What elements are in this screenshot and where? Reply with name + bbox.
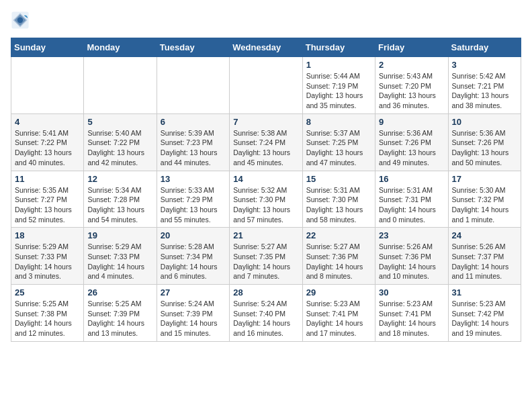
cell-content: Sunrise: 5:23 AM Sunset: 7:41 PM Dayligh… [306, 299, 371, 338]
calendar-header-row: SundayMondayTuesdayWednesdayThursdayFrid… [11, 38, 521, 57]
day-number: 22 [306, 230, 371, 240]
calendar-cell: 12Sunrise: 5:34 AM Sunset: 7:28 PM Dayli… [84, 171, 157, 228]
day-number: 14 [233, 174, 298, 184]
cell-content: Sunrise: 5:41 AM Sunset: 7:22 PM Dayligh… [15, 128, 80, 168]
day-number: 23 [379, 230, 444, 240]
cell-content: Sunrise: 5:35 AM Sunset: 7:27 PM Dayligh… [15, 185, 80, 225]
cell-content: Sunrise: 5:28 AM Sunset: 7:34 PM Dayligh… [161, 242, 226, 281]
calendar-cell: 9Sunrise: 5:36 AM Sunset: 7:26 PM Daylig… [375, 113, 448, 171]
day-number: 5 [87, 117, 152, 127]
day-number: 31 [452, 287, 517, 298]
calendar-cell: 17Sunrise: 5:30 AM Sunset: 7:32 PM Dayli… [448, 171, 521, 228]
calendar-cell [230, 57, 302, 114]
cell-content: Sunrise: 5:24 AM Sunset: 7:39 PM Dayligh… [161, 299, 226, 338]
calendar-cell: 25Sunrise: 5:25 AM Sunset: 7:38 PM Dayli… [11, 285, 84, 342]
cell-content: Sunrise: 5:25 AM Sunset: 7:39 PM Dayligh… [87, 299, 152, 338]
page-header [11, 11, 521, 30]
cell-content: Sunrise: 5:27 AM Sunset: 7:36 PM Dayligh… [306, 242, 371, 281]
cell-content: Sunrise: 5:36 AM Sunset: 7:26 PM Dayligh… [379, 128, 444, 168]
calendar-cell: 30Sunrise: 5:23 AM Sunset: 7:41 PM Dayli… [375, 285, 448, 342]
cell-content: Sunrise: 5:30 AM Sunset: 7:32 PM Dayligh… [452, 185, 517, 225]
day-number: 19 [87, 230, 152, 240]
calendar-cell [157, 57, 229, 114]
calendar-cell: 13Sunrise: 5:33 AM Sunset: 7:29 PM Dayli… [157, 171, 229, 228]
day-number: 8 [306, 117, 371, 127]
calendar-cell: 2Sunrise: 5:43 AM Sunset: 7:20 PM Daylig… [375, 57, 448, 114]
day-header-tuesday: Tuesday [157, 38, 229, 57]
calendar-cell: 21Sunrise: 5:27 AM Sunset: 7:35 PM Dayli… [230, 228, 302, 285]
calendar-cell: 23Sunrise: 5:26 AM Sunset: 7:36 PM Dayli… [375, 228, 448, 285]
cell-content: Sunrise: 5:40 AM Sunset: 7:22 PM Dayligh… [87, 128, 152, 168]
calendar-table: SundayMondayTuesdayWednesdayThursdayFrid… [11, 38, 521, 342]
day-number: 30 [379, 287, 444, 298]
day-number: 24 [452, 230, 517, 240]
day-header-wednesday: Wednesday [230, 38, 302, 57]
logo-icon [11, 11, 30, 30]
day-number: 6 [161, 117, 226, 127]
day-number: 1 [306, 60, 371, 70]
day-number: 4 [15, 117, 80, 127]
cell-content: Sunrise: 5:26 AM Sunset: 7:36 PM Dayligh… [379, 242, 444, 281]
cell-content: Sunrise: 5:34 AM Sunset: 7:28 PM Dayligh… [87, 185, 152, 225]
calendar-cell: 15Sunrise: 5:31 AM Sunset: 7:30 PM Dayli… [302, 171, 375, 228]
cell-content: Sunrise: 5:44 AM Sunset: 7:19 PM Dayligh… [306, 71, 371, 111]
calendar-week-row: 11Sunrise: 5:35 AM Sunset: 7:27 PM Dayli… [11, 171, 521, 228]
calendar-cell: 5Sunrise: 5:40 AM Sunset: 7:22 PM Daylig… [84, 113, 157, 171]
day-number: 21 [233, 230, 298, 240]
day-number: 28 [233, 287, 298, 298]
cell-content: Sunrise: 5:25 AM Sunset: 7:38 PM Dayligh… [15, 299, 80, 338]
calendar-cell: 18Sunrise: 5:29 AM Sunset: 7:33 PM Dayli… [11, 228, 84, 285]
calendar-cell: 22Sunrise: 5:27 AM Sunset: 7:36 PM Dayli… [302, 228, 375, 285]
calendar-cell: 31Sunrise: 5:23 AM Sunset: 7:42 PM Dayli… [448, 285, 521, 342]
day-header-sunday: Sunday [11, 38, 84, 57]
day-number: 27 [161, 287, 226, 298]
cell-content: Sunrise: 5:29 AM Sunset: 7:33 PM Dayligh… [87, 242, 152, 281]
day-header-thursday: Thursday [302, 38, 375, 57]
calendar-cell: 24Sunrise: 5:26 AM Sunset: 7:37 PM Dayli… [448, 228, 521, 285]
calendar-week-row: 25Sunrise: 5:25 AM Sunset: 7:38 PM Dayli… [11, 285, 521, 342]
calendar-cell: 11Sunrise: 5:35 AM Sunset: 7:27 PM Dayli… [11, 171, 84, 228]
day-number: 16 [379, 174, 444, 184]
calendar-cell: 29Sunrise: 5:23 AM Sunset: 7:41 PM Dayli… [302, 285, 375, 342]
cell-content: Sunrise: 5:31 AM Sunset: 7:31 PM Dayligh… [379, 185, 444, 225]
calendar-cell: 26Sunrise: 5:25 AM Sunset: 7:39 PM Dayli… [84, 285, 157, 342]
calendar-cell: 19Sunrise: 5:29 AM Sunset: 7:33 PM Dayli… [84, 228, 157, 285]
day-number: 12 [87, 174, 152, 184]
cell-content: Sunrise: 5:43 AM Sunset: 7:20 PM Dayligh… [379, 71, 444, 111]
logo [11, 11, 32, 30]
day-number: 3 [452, 60, 517, 70]
calendar-week-row: 1Sunrise: 5:44 AM Sunset: 7:19 PM Daylig… [11, 57, 521, 114]
calendar-cell: 27Sunrise: 5:24 AM Sunset: 7:39 PM Dayli… [157, 285, 229, 342]
calendar-cell [11, 57, 84, 114]
day-number: 25 [15, 287, 80, 298]
day-number: 2 [379, 60, 444, 70]
cell-content: Sunrise: 5:38 AM Sunset: 7:24 PM Dayligh… [233, 128, 298, 168]
calendar-cell [84, 57, 157, 114]
day-number: 9 [379, 117, 444, 127]
day-number: 17 [452, 174, 517, 184]
cell-content: Sunrise: 5:37 AM Sunset: 7:25 PM Dayligh… [306, 128, 371, 168]
calendar-cell: 8Sunrise: 5:37 AM Sunset: 7:25 PM Daylig… [302, 113, 375, 171]
cell-content: Sunrise: 5:39 AM Sunset: 7:23 PM Dayligh… [161, 128, 226, 168]
day-number: 13 [161, 174, 226, 184]
day-number: 29 [306, 287, 371, 298]
calendar-cell: 10Sunrise: 5:36 AM Sunset: 7:26 PM Dayli… [448, 113, 521, 171]
calendar-week-row: 4Sunrise: 5:41 AM Sunset: 7:22 PM Daylig… [11, 113, 521, 171]
day-header-monday: Monday [84, 38, 157, 57]
day-number: 10 [452, 117, 517, 127]
calendar-week-row: 18Sunrise: 5:29 AM Sunset: 7:33 PM Dayli… [11, 228, 521, 285]
calendar-cell: 14Sunrise: 5:32 AM Sunset: 7:30 PM Dayli… [230, 171, 302, 228]
calendar-cell: 28Sunrise: 5:24 AM Sunset: 7:40 PM Dayli… [230, 285, 302, 342]
day-header-saturday: Saturday [448, 38, 521, 57]
calendar-cell: 3Sunrise: 5:42 AM Sunset: 7:21 PM Daylig… [448, 57, 521, 114]
cell-content: Sunrise: 5:24 AM Sunset: 7:40 PM Dayligh… [233, 299, 298, 338]
calendar-cell: 16Sunrise: 5:31 AM Sunset: 7:31 PM Dayli… [375, 171, 448, 228]
cell-content: Sunrise: 5:31 AM Sunset: 7:30 PM Dayligh… [306, 185, 371, 225]
day-header-friday: Friday [375, 38, 448, 57]
cell-content: Sunrise: 5:33 AM Sunset: 7:29 PM Dayligh… [161, 185, 226, 225]
cell-content: Sunrise: 5:42 AM Sunset: 7:21 PM Dayligh… [452, 71, 517, 111]
day-number: 26 [87, 287, 152, 298]
cell-content: Sunrise: 5:32 AM Sunset: 7:30 PM Dayligh… [233, 185, 298, 225]
calendar-cell: 7Sunrise: 5:38 AM Sunset: 7:24 PM Daylig… [230, 113, 302, 171]
cell-content: Sunrise: 5:27 AM Sunset: 7:35 PM Dayligh… [233, 242, 298, 281]
